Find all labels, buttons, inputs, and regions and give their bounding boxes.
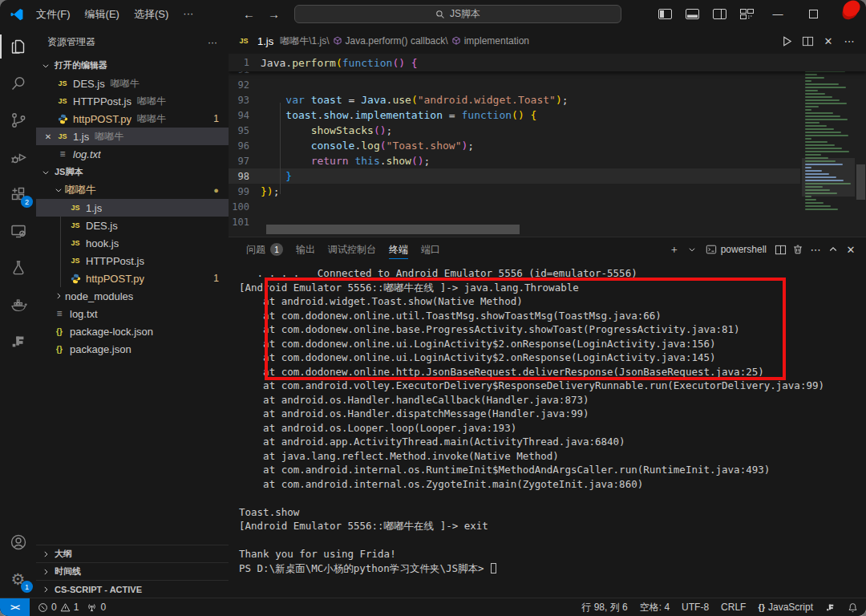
back-arrow-icon[interactable]: ← (243, 7, 255, 21)
ports-status[interactable]: 0 (87, 602, 106, 613)
bell-icon[interactable] (848, 602, 858, 613)
tree-file[interactable]: JShook.js (36, 234, 229, 252)
sidebar-bottom-sections: 大纲时间线CS-SCRIPT - ACTIVE (36, 545, 229, 598)
maximize-button[interactable] (795, 0, 831, 28)
run-button[interactable] (776, 30, 797, 51)
activity-settings[interactable]: ⚙1 (0, 561, 36, 598)
sidebar-header: 资源管理器 ··· (36, 28, 229, 56)
indent-setting[interactable]: 空格: 4 (640, 601, 670, 614)
close-icon[interactable]: ✕ (41, 132, 55, 141)
terminal-dropdown-icon[interactable] (683, 239, 701, 260)
menu-item-2[interactable]: 选择(S) (127, 4, 176, 25)
breadcrumb-item-2[interactable]: implementation (464, 35, 529, 47)
panel-maximize-icon[interactable] (824, 239, 842, 260)
tree-file[interactable]: httpPOST.py1 (36, 270, 229, 287)
tree-file[interactable]: {}package-lock.json (36, 322, 229, 340)
new-terminal-button[interactable]: ＋ (666, 239, 683, 260)
tree-folder[interactable]: 嘟嘟牛● (36, 181, 229, 199)
cursor-position[interactable]: 行 98, 列 6 (581, 601, 627, 614)
open-editor-item[interactable]: ✕JSHTTPPost.js嘟嘟牛 (36, 92, 229, 110)
minimap-slider[interactable] (802, 158, 855, 197)
open-editors-header[interactable]: 打开的编辑器 (36, 56, 229, 75)
panel-more-icon[interactable]: ⋯ (807, 239, 824, 260)
tree-file[interactable]: JSHTTPPost.js (36, 252, 229, 270)
problems-status[interactable]: 0 1 (38, 602, 79, 613)
panel-close-icon[interactable]: ✕ (842, 239, 860, 260)
encoding[interactable]: UTF-8 (682, 602, 709, 613)
tree-folder[interactable]: node_modules (36, 287, 229, 305)
panel-actions: ＋powershell⋯✕ (666, 239, 860, 260)
json-file-icon: {} (52, 345, 67, 354)
error-icon (38, 602, 48, 613)
menu-item-3[interactable]: ··· (176, 4, 200, 25)
horizontal-scrollbar[interactable] (266, 225, 520, 234)
terminal-shell-item[interactable]: powershell (701, 239, 771, 260)
tree-file[interactable]: JS1.js (36, 199, 229, 217)
activity-extensions[interactable]: 2 (0, 176, 36, 213)
open-editor-item[interactable]: ✕httpPOST.py嘟嘟牛1 (36, 110, 229, 128)
terminal-output[interactable]: . . . . Connected to Android Emulator 55… (229, 261, 866, 598)
activity-frida[interactable] (0, 323, 36, 360)
kill-terminal-button[interactable] (789, 239, 807, 260)
activity-testing[interactable] (0, 249, 36, 286)
layout-panel-button[interactable] (678, 0, 706, 28)
section-2[interactable]: CS-SCRIPT - ACTIVE (36, 580, 229, 598)
open-editor-item[interactable]: ✕JS1.js嘟嘟牛 (36, 128, 229, 145)
forward-arrow-icon[interactable]: → (268, 7, 280, 21)
activity-remote-explorer[interactable] (0, 213, 36, 249)
open-editors-label: 打开的编辑器 (55, 59, 107, 71)
remote-indicator[interactable]: >< (0, 598, 30, 616)
menu-item-0[interactable]: 文件(F) (29, 4, 78, 25)
open-editor-item[interactable]: ✕≡log.txt (36, 145, 229, 163)
code-line-98: 98 } (229, 168, 800, 184)
split-editor-button[interactable] (797, 30, 818, 51)
panel-tab-4[interactable]: 端口 (415, 237, 447, 261)
activity-docker[interactable] (0, 286, 36, 323)
open-editor-item[interactable]: ✕JSDES.js嘟嘟牛 (36, 75, 229, 92)
tree-file[interactable]: ≡log.txt (36, 305, 229, 322)
code-line-99: 99}); (229, 184, 866, 199)
eol-setting[interactable]: CRLF (721, 602, 746, 613)
source-control-icon (9, 111, 28, 130)
sidebar-more-icon[interactable]: ··· (208, 37, 217, 48)
section-0[interactable]: 大纲 (36, 545, 229, 562)
tree-root-header[interactable]: JS脚本 (36, 163, 229, 181)
minimize-button[interactable]: — (760, 0, 795, 28)
activity-run-debug[interactable] (0, 139, 36, 176)
txt-file-icon: ≡ (55, 148, 70, 160)
activity-accounts[interactable] (0, 524, 36, 561)
active-tab-label[interactable]: 1.js (257, 35, 273, 47)
panel-tab-2[interactable]: 调试控制台 (322, 237, 382, 261)
layout-customize-button[interactable] (733, 0, 760, 28)
menu-item-1[interactable]: 编辑(E) (78, 4, 127, 25)
vscode-logo-icon (5, 7, 29, 22)
close-button[interactable]: ✕ (818, 30, 839, 51)
minimap[interactable] (802, 54, 855, 237)
panel-tab-3[interactable]: 终端 (382, 237, 415, 261)
split-terminal-button[interactable] (771, 239, 789, 260)
title-bar: 文件(F)编辑(E)选择(S)··· ← → JS脚本 —✕ (0, 0, 866, 28)
section-1[interactable]: 时间线 (36, 562, 229, 580)
code-editor[interactable]: 1Java.perform(function() {919293 var toa… (229, 54, 866, 237)
breadcrumb-item-0[interactable]: 嘟嘟牛\1.js\ (280, 34, 329, 48)
tree-file[interactable]: JSDES.js (36, 217, 229, 234)
more-button[interactable]: ⋯ (839, 30, 860, 51)
tree-label: log.txt (70, 308, 98, 320)
activity-source-control[interactable] (0, 102, 36, 139)
command-center-search[interactable]: JS脚本 (294, 5, 621, 23)
activity-explorer[interactable] (0, 28, 36, 65)
breadcrumb-item-1[interactable]: Java.perform() callback\ (346, 35, 448, 47)
language-mode[interactable]: {} JavaScript (758, 602, 813, 613)
panel-tab-0[interactable]: 问题1 (240, 237, 289, 261)
panel-tab-1[interactable]: 输出 (289, 237, 322, 261)
panel-tab-label: 端口 (421, 243, 440, 257)
scrollbar-thumb[interactable] (856, 164, 865, 200)
layout-sidebar-button[interactable] (651, 0, 678, 28)
explorer-icon (9, 37, 28, 56)
frida-status-icon[interactable] (825, 602, 836, 613)
activity-search[interactable] (0, 65, 36, 102)
tree-file[interactable]: {}package.json (36, 340, 229, 358)
code-tokens: var toast = Java.use("android.widget.Toa… (261, 94, 569, 106)
layout-secondary-button[interactable] (706, 0, 733, 28)
vertical-scrollbar[interactable] (856, 54, 866, 237)
